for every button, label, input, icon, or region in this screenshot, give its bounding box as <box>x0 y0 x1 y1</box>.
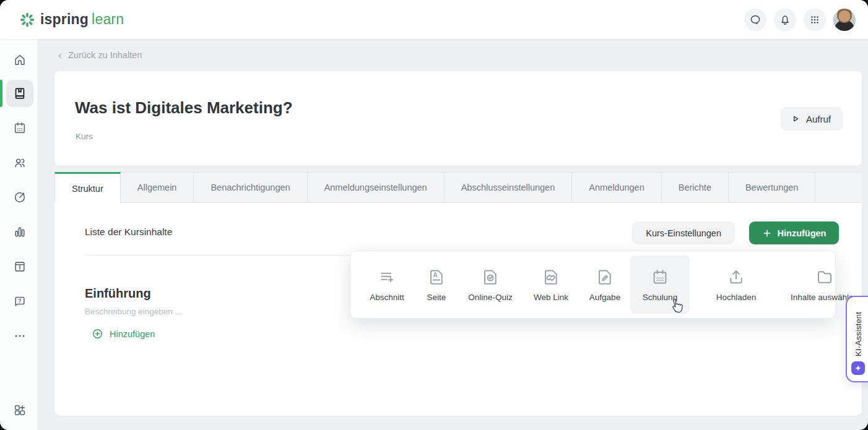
link-icon <box>542 268 560 286</box>
sidebar-item-help[interactable]: ? <box>6 288 33 315</box>
sidebar-item-users[interactable] <box>6 149 33 176</box>
help-bubble-icon: ? <box>13 295 27 308</box>
add-apps-icon <box>13 403 27 417</box>
notifications-button[interactable] <box>774 9 796 31</box>
tab-anmeldungseinstellungen[interactable]: Anmeldungseinstellungen <box>308 172 445 203</box>
menu-item-seite[interactable]: A Seite <box>415 256 458 314</box>
calendar-icon <box>13 121 27 135</box>
add-content-button[interactable]: Hinzufügen <box>749 221 839 244</box>
logo-product-text: learn <box>92 11 124 27</box>
apps-grid-button[interactable] <box>804 9 826 31</box>
users-icon <box>13 156 27 170</box>
book-icon <box>13 87 27 100</box>
content-list-title: Liste der Kursinhalte <box>85 226 172 238</box>
ai-assistant-tab[interactable]: KI-Assistent <box>846 296 868 382</box>
tab-struktur[interactable]: Struktur <box>54 172 121 203</box>
left-sidebar: ? <box>0 39 38 430</box>
ispring-learn-logo[interactable]: ispringlearn <box>20 11 124 28</box>
page-icon: A <box>427 268 446 286</box>
tab-allgemein[interactable]: Allgemein <box>121 172 194 203</box>
quiz-check-icon <box>481 268 500 286</box>
assignment-pencil-icon <box>596 268 614 286</box>
menu-item-schulung[interactable]: Schulung <box>630 256 690 314</box>
training-calendar-icon <box>651 268 669 286</box>
menu-item-hochladen[interactable]: Hochladen <box>702 256 770 314</box>
target-arrow-icon <box>13 191 27 204</box>
course-settings-button[interactable]: Kurs-Einstellungen <box>632 221 735 244</box>
menu-item-aufgabe[interactable]: Aufgabe <box>579 256 630 314</box>
tab-bewertungen[interactable]: Bewertungen <box>729 172 815 203</box>
plus-circle-icon <box>92 328 103 340</box>
plus-icon <box>762 228 772 238</box>
chevron-left-icon: ‹ <box>58 51 62 59</box>
menu-item-abschnitt[interactable]: Abschnitt <box>359 256 415 314</box>
sidebar-item-calendar[interactable] <box>6 114 33 142</box>
tab-abschlusseinstellungen[interactable]: Abschlusseinstellungen <box>445 172 573 203</box>
top-header: ispringlearn <box>0 0 868 39</box>
messages-button[interactable] <box>744 9 766 31</box>
add-content-menu: Abschnitt A Seite Online-Quiz <box>350 251 836 319</box>
sidebar-item-courses[interactable] <box>6 80 33 107</box>
user-avatar[interactable] <box>833 9 856 31</box>
sidebar-active-indicator <box>0 80 2 107</box>
section-add-link[interactable]: Hinzufügen <box>92 328 155 340</box>
app-window: ispringlearn <box>0 0 868 430</box>
section-add-icon <box>378 268 396 286</box>
sidebar-item-goals[interactable] <box>6 184 33 211</box>
logo-brand-text: ispring <box>40 11 89 27</box>
sidebar-item-reports[interactable] <box>6 218 33 246</box>
tab-overflow-sliver[interactable] <box>815 172 862 203</box>
sidebar-item-home[interactable] <box>6 46 33 74</box>
home-icon <box>13 53 27 67</box>
messages-icon <box>749 14 762 26</box>
upload-icon <box>727 268 745 286</box>
bar-chart-icon <box>13 225 27 239</box>
svg-text:A: A <box>433 272 438 278</box>
sidebar-item-more[interactable] <box>6 322 33 350</box>
ispring-logo-icon <box>20 12 35 27</box>
breadcrumb-label: Zurück zu Inhalten <box>68 50 142 60</box>
course-tabs: Struktur Allgemein Benachrichtigungen An… <box>54 172 862 203</box>
menu-item-online-quiz[interactable]: Online-Quiz <box>458 256 523 314</box>
course-header-card: Was ist Digitales Marketing? Kurs Aufruf <box>54 71 862 166</box>
course-type-label: Kurs <box>76 132 93 141</box>
menu-item-web-link[interactable]: Web Link <box>523 256 579 314</box>
sidebar-item-add-apps[interactable] <box>6 397 33 424</box>
svg-text:?: ? <box>18 298 21 304</box>
info-panel-icon <box>13 260 27 273</box>
notifications-icon <box>779 14 791 26</box>
section-title: Einführung <box>85 286 151 301</box>
play-icon <box>791 114 801 124</box>
tab-benachrichtigungen[interactable]: Benachrichtigungen <box>194 172 307 203</box>
ai-assistant-label: KI-Assistent <box>854 312 863 356</box>
ellipsis-icon <box>13 329 27 343</box>
section-description-placeholder[interactable]: Beschreibung eingeben ... <box>85 307 182 316</box>
folder-icon <box>815 268 834 286</box>
apps-grid-icon <box>809 14 820 25</box>
page-title: Was ist Digitales Marketing? <box>75 98 293 118</box>
sparkle-icon <box>851 361 865 375</box>
tab-anmeldungen[interactable]: Anmeldungen <box>572 172 662 203</box>
sidebar-item-catalog-info[interactable] <box>6 253 33 280</box>
breadcrumb-back[interactable]: ‹ Zurück zu Inhalten <box>58 50 142 60</box>
tab-berichte[interactable]: Berichte <box>662 172 729 203</box>
preview-button[interactable]: Aufruf <box>781 107 843 131</box>
